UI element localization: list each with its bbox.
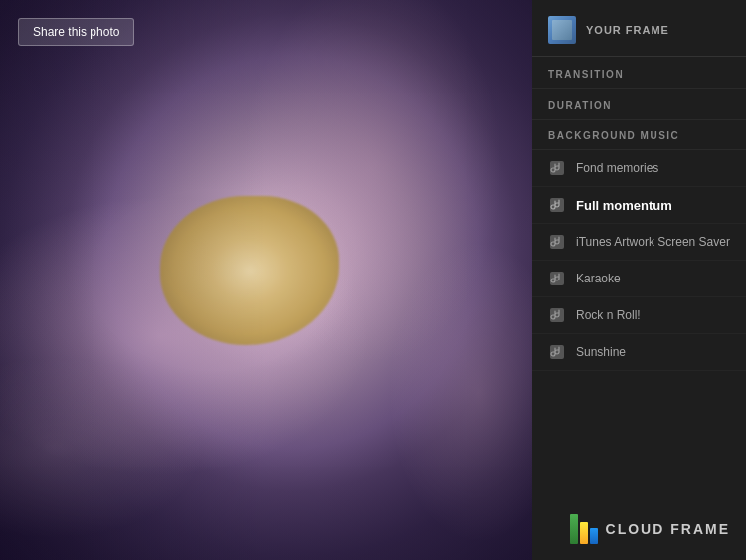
branding: CLOUD FRAME bbox=[570, 514, 730, 544]
duration-header: DURATION bbox=[532, 91, 746, 120]
music-note-icon bbox=[548, 343, 566, 361]
right-panel: YOUR FRAME TRANSITION DURATION BACKGROUN… bbox=[532, 0, 746, 560]
music-name: Sunshine bbox=[576, 345, 626, 359]
share-button[interactable]: Share this photo bbox=[18, 18, 134, 46]
bg-music-header: BACKGROUND MUSIC bbox=[532, 120, 746, 150]
music-note-icon bbox=[548, 270, 566, 287]
cloud-frame-logo bbox=[570, 514, 598, 544]
music-item-sunshine[interactable]: Sunshine bbox=[532, 334, 746, 371]
your-frame-section: YOUR FRAME bbox=[532, 0, 746, 57]
brand-name-label: CLOUD FRAME bbox=[606, 521, 730, 537]
music-item-fond-memories[interactable]: Fond memories bbox=[532, 150, 746, 187]
frame-thumbnail bbox=[548, 16, 576, 44]
music-name: Full momentum bbox=[576, 198, 672, 213]
logo-bar-green bbox=[570, 514, 578, 544]
transition-header: TRANSITION bbox=[532, 59, 746, 89]
logo-bar-yellow bbox=[580, 522, 588, 544]
depth-overlay bbox=[0, 0, 532, 560]
background-music-section: BACKGROUND MUSIC Fond memories bbox=[532, 120, 746, 560]
music-note-icon bbox=[548, 196, 566, 214]
photo-area: Share this photo bbox=[0, 0, 532, 560]
your-frame-label: YOUR FRAME bbox=[586, 24, 669, 36]
music-item-rock[interactable]: Rock n Roll! bbox=[532, 297, 746, 334]
music-name: iTunes Artwork Screen Saver bbox=[576, 235, 730, 249]
music-name: Fond memories bbox=[576, 161, 658, 175]
music-item-full-momentum[interactable]: Full momentum bbox=[532, 187, 746, 224]
music-name: Karaoke bbox=[576, 272, 621, 285]
music-list: Fond memories Full momentum bbox=[532, 150, 746, 371]
music-item-itunes[interactable]: iTunes Artwork Screen Saver bbox=[532, 224, 746, 261]
logo-bar-blue bbox=[590, 528, 598, 544]
music-item-karaoke[interactable]: Karaoke bbox=[532, 261, 746, 297]
music-note-icon bbox=[548, 233, 566, 251]
music-note-icon bbox=[548, 159, 566, 177]
music-note-icon bbox=[548, 306, 566, 324]
music-name: Rock n Roll! bbox=[576, 308, 641, 322]
